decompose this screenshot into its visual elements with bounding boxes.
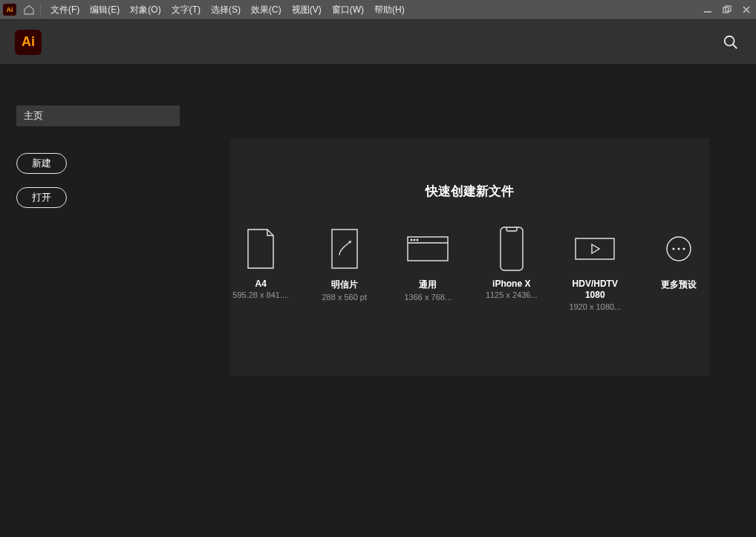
preset-more[interactable]: 更多预设: [648, 224, 710, 311]
phone-icon: [481, 224, 543, 274]
sidebar-actions: 新建 打开: [16, 153, 180, 208]
menu-view[interactable]: 视图(V): [287, 0, 327, 19]
preset-a4[interactable]: A4 595.28 x 841....: [230, 224, 292, 311]
app-badge-icon: Ai: [1, 2, 18, 17]
menu-file[interactable]: 文件(F): [45, 0, 85, 19]
svg-rect-13: [501, 227, 523, 270]
header-bar: Ai: [0, 19, 756, 64]
svg-point-16: [672, 247, 674, 250]
preset-title: 明信片: [314, 279, 376, 291]
new-button[interactable]: 新建: [16, 153, 67, 174]
menu-separator: [40, 3, 41, 16]
svg-point-10: [411, 239, 412, 241]
close-icon[interactable]: [737, 0, 756, 19]
preset-title: 通用: [397, 279, 459, 291]
svg-rect-7: [332, 230, 357, 268]
maximize-icon[interactable]: [717, 0, 737, 19]
menu-edit[interactable]: 编辑(E): [85, 0, 125, 19]
menu-help[interactable]: 帮助(H): [369, 0, 410, 19]
panel-title: 快速创建新文件: [230, 183, 709, 200]
menu-window[interactable]: 窗口(W): [327, 0, 369, 19]
svg-rect-14: [576, 238, 614, 259]
video-icon: [564, 224, 626, 274]
tab-home[interactable]: 主页: [16, 105, 180, 126]
menu-bar: Ai 文件(F) 编辑(E) 对象(O) 文字(T) 选择(S) 效果(C) 视…: [0, 0, 756, 19]
svg-point-17: [677, 247, 680, 250]
svg-point-5: [725, 36, 734, 45]
menu-effect[interactable]: 效果(C): [246, 0, 287, 19]
svg-point-12: [417, 239, 418, 241]
quick-create-panel: 快速创建新文件 A4 595.28 x 841....: [230, 138, 709, 376]
preset-sub: 595.28 x 841....: [230, 290, 292, 299]
postcard-icon: [314, 224, 376, 274]
preset-row: A4 595.28 x 841.... 明信片 288 x 560 pt: [230, 224, 709, 311]
sidebar: 主页 新建 打开: [16, 105, 180, 221]
open-button[interactable]: 打开: [16, 187, 67, 208]
minimize-icon[interactable]: [698, 0, 717, 19]
window-controls: [698, 0, 756, 19]
svg-line-6: [733, 44, 737, 48]
document-icon: [230, 224, 292, 274]
app-logo: Ai: [15, 30, 42, 55]
menu-select[interactable]: 选择(S): [206, 0, 246, 19]
menu-text[interactable]: 文字(T): [166, 0, 206, 19]
app-badge-text: Ai: [3, 4, 16, 16]
preset-title: A4: [230, 279, 292, 289]
svg-point-18: [682, 247, 685, 250]
preset-sub: 288 x 560 pt: [314, 293, 376, 302]
preset-title: iPhone X: [481, 279, 543, 289]
preset-web[interactable]: 通用 1366 x 768...: [397, 224, 459, 311]
home-icon[interactable]: [19, 0, 39, 19]
preset-title: HDV/HDTV1080: [564, 279, 626, 301]
svg-point-11: [414, 239, 415, 241]
preset-postcard[interactable]: 明信片 288 x 560 pt: [314, 224, 376, 311]
preset-sub: 1366 x 768...: [397, 293, 459, 302]
search-icon[interactable]: [720, 32, 741, 53]
browser-icon: [397, 224, 459, 274]
preset-sub: 1125 x 2436...: [481, 290, 543, 299]
tab-home-label: 主页: [24, 109, 43, 123]
preset-sub: 1920 x 1080...: [564, 302, 626, 311]
menu-object[interactable]: 对象(O): [125, 0, 166, 19]
more-icon: [648, 224, 710, 274]
preset-iphonex[interactable]: iPhone X 1125 x 2436...: [481, 224, 543, 311]
preset-title: 更多预设: [648, 279, 710, 291]
preset-hdtv[interactable]: HDV/HDTV1080 1920 x 1080...: [564, 224, 626, 311]
